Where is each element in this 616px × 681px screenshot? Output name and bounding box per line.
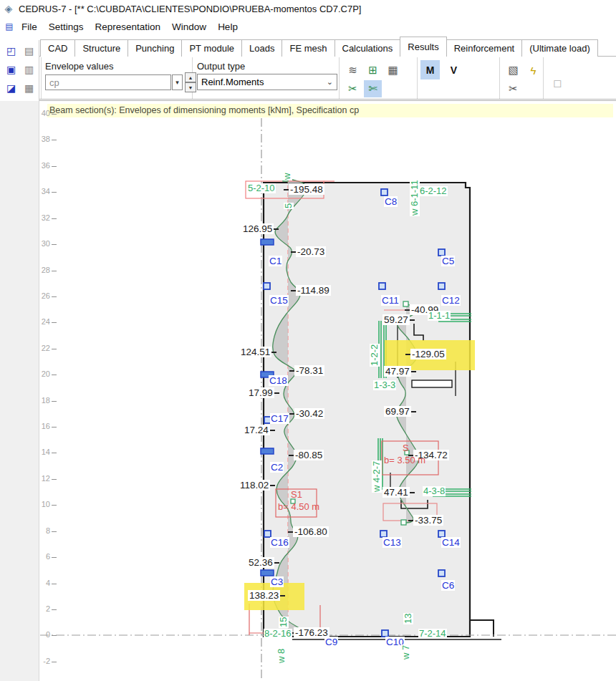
- table-icon[interactable]: ▦: [384, 62, 402, 79]
- column-label: C12: [441, 295, 461, 306]
- save-icon[interactable]: ▣: [2, 60, 20, 79]
- column-label: C13: [382, 537, 402, 548]
- export-icon[interactable]: ◻: [549, 74, 567, 92]
- menu-item[interactable]: Window: [166, 19, 212, 34]
- recalculate-icon[interactable]: ϟ: [524, 62, 542, 79]
- menu-bar: ▤ FileSettingsRepresentationWindowHelp: [0, 17, 616, 36]
- tab-pt-module[interactable]: PT module: [181, 39, 242, 57]
- print-preview-icon[interactable]: ▥: [20, 60, 38, 79]
- envelope-values-value: cp: [49, 77, 59, 88]
- window-title: CEDRUS-7 - [** C:\CUBDATA\CLIENTES\PONDI…: [19, 4, 361, 14]
- column-label: C18: [269, 375, 288, 386]
- beam-label: 1-2-2: [370, 344, 380, 367]
- beam-label: 13: [403, 613, 413, 624]
- beam-label: 5: [284, 203, 294, 209]
- moment-value: 118.02: [239, 480, 270, 491]
- column-label: C9: [324, 637, 338, 647]
- column-label: C8: [384, 196, 398, 207]
- drawing-canvas[interactable]: [40, 101, 616, 681]
- envelope-dropdown-button[interactable]: ▾: [172, 74, 183, 90]
- moment-value: -80.85: [294, 450, 324, 460]
- beam-label: 15: [279, 617, 289, 628]
- application-window: ◈ CEDRUS-7 - [** C:\CUBDATA\CLIENTES\PON…: [0, 0, 616, 681]
- moment-value: -20.73: [296, 246, 326, 257]
- moments-button[interactable]: M: [420, 60, 440, 79]
- output-type-value: Reinf.Moments: [201, 77, 264, 87]
- section-label: S1: [291, 490, 302, 500]
- beam-label: w 6-1-11: [410, 179, 420, 216]
- file-icon-panel: ◰▤▣▥◪▦: [0, 40, 39, 101]
- toolbar-separator: [41, 57, 42, 99]
- tab-loads[interactable]: Loads: [241, 39, 282, 57]
- print-setup-icon[interactable]: ▦: [20, 79, 38, 97]
- cut-icon[interactable]: ✂: [504, 80, 522, 97]
- beam-label: 4-3-8: [423, 486, 446, 496]
- envelope-values-combo[interactable]: cp: [45, 74, 171, 90]
- title-bar: ◈ CEDRUS-7 - [** C:\CUBDATA\CLIENTES\PON…: [0, 0, 616, 17]
- tab-results[interactable]: Results: [400, 37, 446, 57]
- tab-cad[interactable]: CAD: [40, 39, 75, 57]
- moment-value: 47.97: [384, 366, 411, 377]
- beam-label: 6-2-12: [419, 186, 448, 196]
- tab-calculations[interactable]: Calculations: [335, 39, 401, 57]
- moment-value: 124.51: [239, 347, 271, 357]
- column-label: C5: [441, 256, 455, 266]
- menu-item[interactable]: File: [16, 19, 43, 34]
- column-label: C14: [441, 537, 461, 548]
- section-draw-icon[interactable]: ✂: [344, 80, 362, 97]
- column-label: C2: [270, 462, 284, 473]
- beam-label: w: [282, 173, 292, 180]
- moment-value: -114.89: [296, 285, 331, 296]
- beam-label: w 7: [401, 644, 411, 660]
- output-type-label: Output type: [197, 61, 245, 72]
- beam-label: 8-2-16: [264, 629, 292, 639]
- envelope-values-label: Envelope values: [45, 61, 113, 72]
- moment-value: -30.42: [294, 408, 324, 419]
- moment-value: 17.24: [243, 425, 270, 435]
- menu-item[interactable]: Settings: [43, 19, 90, 34]
- moment-value: -78.31: [294, 365, 324, 376]
- column-label: C17: [270, 413, 289, 424]
- tab-fe-mesh[interactable]: FE mesh: [281, 39, 335, 57]
- moment-value: 69.97: [384, 406, 411, 417]
- tab-structure[interactable]: Structure: [74, 39, 128, 57]
- fe-values-icon[interactable]: ⊞: [364, 62, 382, 79]
- beam-label: 5-2-10: [247, 183, 276, 193]
- moment-value: -195.48: [289, 184, 324, 195]
- document-icon: ▤: [3, 21, 16, 32]
- shear-button[interactable]: V: [444, 60, 463, 79]
- print-icon[interactable]: ▤: [20, 42, 38, 60]
- moment-value: 17.99: [247, 387, 274, 398]
- moment-value: 59.27: [382, 314, 410, 325]
- column-label: C3: [270, 576, 284, 587]
- edit-specification-icon[interactable]: ▧: [504, 62, 522, 79]
- tab-ultimate-load[interactable]: (Ultimate load): [521, 39, 598, 57]
- menu-item[interactable]: Help: [212, 19, 244, 34]
- isolines-icon[interactable]: ≋: [344, 62, 362, 79]
- save-as-icon[interactable]: ◪: [2, 79, 20, 97]
- chevron-down-icon: ⌄: [327, 77, 333, 87]
- column-label: C16: [270, 537, 289, 548]
- column-label: C1: [269, 256, 282, 266]
- tab-punching[interactable]: Punching: [127, 39, 182, 57]
- open-icon[interactable]: ◰: [2, 42, 20, 60]
- tab-strip: CADStructurePunchingPT moduleLoadsFE mes…: [40, 38, 597, 57]
- tab-reinforcement[interactable]: Reinforcement: [446, 39, 523, 57]
- envelope-spinner[interactable]: ▲▼: [185, 72, 196, 92]
- moment-value: 47.41: [382, 487, 410, 498]
- tool-palette: [0, 101, 39, 681]
- moment-value: 52.36: [247, 557, 274, 568]
- beam-label: 1-3-3: [373, 380, 396, 390]
- menu-item[interactable]: Representation: [90, 19, 167, 34]
- beam-label: 7-2-14: [418, 629, 447, 639]
- moment-value: 126.95: [241, 223, 274, 234]
- toolbar-separator: [499, 57, 500, 99]
- moment-value: -33.75: [413, 515, 443, 526]
- section-select-icon[interactable]: ✄: [364, 80, 382, 97]
- column-label: C6: [441, 580, 455, 591]
- toolbar-separator: [339, 57, 340, 99]
- column-label: C11: [381, 295, 400, 306]
- beam-label: 1-1-1: [428, 311, 451, 321]
- moment-value: 138.23: [248, 590, 280, 601]
- output-type-combo[interactable]: Reinf.Moments ⌄: [197, 74, 337, 90]
